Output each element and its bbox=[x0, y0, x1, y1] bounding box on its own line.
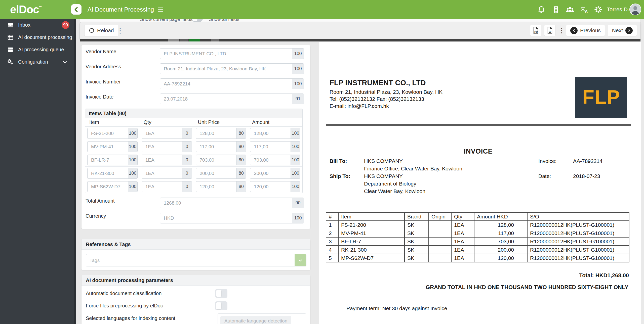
doc-table-cell: 1EA bbox=[451, 237, 474, 246]
notifications-bell-icon[interactable] bbox=[537, 6, 545, 14]
references-tags-panel: References & Tags Tags bbox=[82, 239, 310, 270]
doc-table-cell: 1EA bbox=[451, 229, 474, 237]
qty-cell-input[interactable]: 1EA0 bbox=[142, 128, 192, 139]
fields-view-switch[interactable] bbox=[192, 19, 203, 22]
items-table-row: MV-PM-411001EA0117,0080117,00100 bbox=[85, 140, 302, 153]
hamburger-icon[interactable]: ☰ bbox=[157, 6, 163, 13]
invoice-number-input[interactable]: AA-7892214100 bbox=[160, 78, 304, 89]
item-cell-input[interactable]: MV-PM-41100 bbox=[87, 141, 138, 152]
more-options-icon[interactable]: ⋮ bbox=[558, 26, 563, 34]
field-row-total-amount: Total Amount 1268,0090 bbox=[86, 198, 304, 208]
sidebar-item-label: Configuration bbox=[18, 59, 48, 65]
organization-building-icon[interactable] bbox=[552, 6, 560, 14]
force-preprocessing-toggle[interactable] bbox=[215, 301, 227, 310]
reload-button[interactable]: Reload bbox=[84, 25, 118, 36]
progress-segment bbox=[168, 39, 179, 41]
amount-cell-input[interactable]: 117,00100 bbox=[250, 141, 300, 152]
doc-table-cell: 1EA bbox=[451, 254, 474, 262]
doc-table-cell: R1200000012HK(PLUST-G100001) bbox=[527, 221, 629, 229]
user-name[interactable]: Torres D. bbox=[607, 0, 629, 19]
total-amount-input[interactable]: 1268,0090 bbox=[160, 198, 304, 208]
qty-cell-input[interactable]: 1EA0 bbox=[142, 141, 192, 152]
doc-table-cell: 117,00 bbox=[474, 229, 527, 237]
amount-cell-input[interactable]: 120,00100 bbox=[250, 181, 300, 192]
qty-cell-input[interactable]: 1EA0 bbox=[142, 168, 192, 179]
bill-to-line: Finance Office, Clear Water Bay, Kowloon bbox=[364, 166, 462, 172]
document-toolbar: Reload ⋮ PDF W ⋮ Previous Next bbox=[80, 22, 640, 39]
invoice-date-input[interactable]: 23.07.201891 bbox=[160, 94, 304, 104]
tags-placeholder: Tags bbox=[86, 254, 295, 266]
sidebar-item-inbox[interactable]: Inbox 99 bbox=[0, 19, 76, 31]
sidebar-nav: Inbox 99 AI document processing AI proce… bbox=[0, 19, 76, 324]
unit-price-cell-input[interactable]: 120,0080 bbox=[196, 181, 246, 192]
qty-cell-input[interactable]: 1EA0 bbox=[142, 181, 192, 192]
amount-cell-input[interactable]: 703,00100 bbox=[250, 155, 300, 165]
qty-cell-input[interactable]: 1EA0 bbox=[142, 155, 192, 165]
auto-classification-toggle[interactable] bbox=[215, 289, 227, 298]
fields-view-toggle-row: Show current page fields Show all fields bbox=[80, 19, 640, 22]
sidebar-item-ai-document-processing[interactable]: AI document processing bbox=[0, 31, 76, 43]
user-avatar[interactable] bbox=[629, 4, 641, 15]
users-icon[interactable] bbox=[565, 6, 575, 14]
app-logo[interactable]: elDoc™ bbox=[10, 0, 42, 19]
unit-price-cell-input[interactable]: 128,0080 bbox=[196, 128, 246, 139]
column-header: Unit Price bbox=[196, 119, 246, 125]
field-label: Currency bbox=[86, 213, 160, 219]
confidence-score: 100 bbox=[292, 64, 304, 74]
inbox-icon bbox=[7, 22, 14, 28]
unit-price-cell-input[interactable]: 200,0080 bbox=[196, 168, 246, 179]
translate-icon[interactable]: A bbox=[580, 6, 589, 14]
doc-table-cell: 120,00 bbox=[474, 254, 527, 262]
switch-knob bbox=[192, 19, 197, 21]
doc-table-column-header: Amount HKD bbox=[474, 212, 527, 221]
column-header: Item bbox=[87, 119, 138, 125]
chevron-right-circle-icon bbox=[625, 27, 633, 34]
param-row-languages: Selected languages for indexing content … bbox=[86, 313, 310, 324]
export-pdf-button[interactable]: PDF bbox=[530, 25, 541, 36]
chevron-down-icon bbox=[62, 60, 67, 65]
item-cell-input[interactable]: FS-21-200100 bbox=[87, 128, 138, 139]
document-table-icon bbox=[7, 34, 14, 41]
file-word-icon: W bbox=[546, 27, 553, 34]
amount-cell-input[interactable]: 200,00100 bbox=[250, 168, 300, 179]
doc-table-cell: 703,00 bbox=[474, 237, 527, 246]
back-button[interactable] bbox=[71, 4, 82, 15]
languages-select[interactable]: Automatic language detection bbox=[218, 313, 306, 324]
doc-table-cell: 3 bbox=[326, 237, 338, 246]
field-label: Invoice Number bbox=[86, 78, 160, 85]
vendor-name-input[interactable]: FLP INSTRUMENT CO., LTD100 bbox=[160, 48, 304, 59]
doc-table-cell: 128,00 bbox=[474, 221, 527, 229]
vendor-address-input[interactable]: Room 21, Industrial Plaza, 23, Kowloon B… bbox=[160, 63, 304, 74]
confidence-score: 100 bbox=[291, 181, 300, 192]
sidebar-item-ai-processing-queue[interactable]: AI processing queue bbox=[0, 43, 76, 56]
doc-table-cell: MV-PM-41 bbox=[338, 229, 405, 237]
sidebar-scrollbar[interactable] bbox=[74, 19, 76, 324]
language-chip: Automatic language detection bbox=[220, 316, 291, 324]
ship-to-label: Ship To: bbox=[330, 173, 350, 179]
doc-table-cell: SK bbox=[405, 254, 429, 262]
sidebar-item-configuration[interactable]: Configuration bbox=[0, 56, 76, 68]
document-progress-bar[interactable] bbox=[80, 39, 640, 41]
doc-items-table: #ItemBrandOriginQtyAmount HKDS/O1FS-21-2… bbox=[326, 212, 629, 262]
unit-price-cell-input[interactable]: 703,0080 bbox=[196, 155, 246, 165]
amount-cell-input[interactable]: 128,00100 bbox=[250, 128, 300, 139]
items-table-row: BF-LR-71001EA0703,0080703,00100 bbox=[85, 153, 302, 167]
more-options-icon[interactable]: ⋮ bbox=[117, 27, 122, 35]
chevron-down-icon bbox=[298, 258, 303, 263]
item-cell-input[interactable]: MP-S62W-D7100 bbox=[87, 181, 138, 192]
export-word-button[interactable]: W bbox=[544, 25, 555, 36]
currency-input[interactable]: HKD100 bbox=[160, 213, 304, 223]
item-cell-input[interactable]: RK-21-300100 bbox=[87, 168, 138, 179]
ship-to-line: HKS COMPANY bbox=[364, 173, 403, 179]
tags-dropdown-button[interactable] bbox=[295, 254, 306, 266]
settings-gear-icon[interactable] bbox=[594, 6, 602, 14]
logo-area: elDoc™ bbox=[0, 0, 76, 19]
tags-select[interactable]: Tags bbox=[86, 254, 306, 266]
ship-to-line: Department of Biology bbox=[364, 181, 416, 187]
previous-button[interactable]: Previous bbox=[566, 25, 605, 36]
doc-table-cell: SK bbox=[405, 246, 429, 254]
unit-price-cell-input[interactable]: 117,0080 bbox=[196, 141, 246, 152]
next-button[interactable]: Next bbox=[608, 25, 637, 36]
item-cell-input[interactable]: BF-LR-7100 bbox=[87, 155, 138, 165]
doc-table-column-header: Item bbox=[338, 212, 405, 221]
